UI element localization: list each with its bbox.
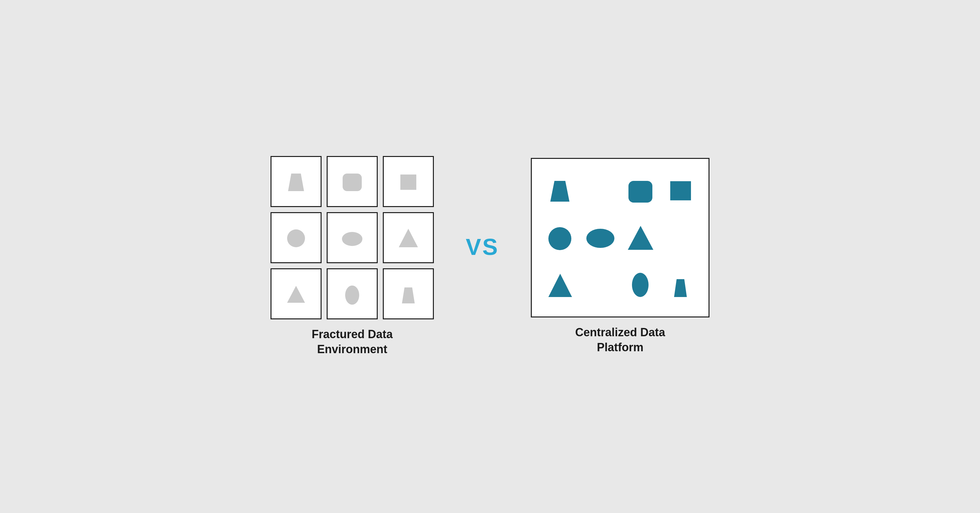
shape-circle-1 [283, 225, 309, 250]
teal-oval [585, 225, 616, 250]
centralized-box [531, 158, 710, 317]
shape-oval-1 [339, 225, 365, 250]
right-label-line2: Platform [597, 341, 643, 354]
svg-rect-10 [628, 181, 652, 202]
svg-marker-6 [287, 286, 305, 303]
shape-square-1 [396, 169, 421, 194]
shape-trapezoid-2 [396, 281, 421, 307]
grid-cell-3-1 [270, 268, 321, 319]
teal-tall-oval [631, 271, 650, 299]
svg-marker-9 [550, 181, 570, 202]
svg-point-3 [287, 229, 305, 247]
svg-marker-17 [674, 279, 687, 297]
grid-cell-3-3 [383, 268, 434, 319]
svg-point-16 [632, 273, 649, 297]
svg-point-7 [345, 285, 359, 305]
grid-cell-1-3 [383, 156, 434, 207]
svg-point-4 [342, 232, 363, 246]
svg-marker-14 [628, 226, 653, 250]
left-label: Fractured Data Environment [312, 327, 393, 357]
shape-triangle-2 [283, 281, 309, 307]
grid-cell-1-1 [270, 156, 321, 207]
shape-rounded-rect-1 [339, 169, 365, 194]
svg-rect-11 [670, 181, 691, 200]
shape-triangle-1 [396, 225, 421, 250]
vs-label: VS [460, 236, 505, 258]
svg-marker-15 [548, 274, 572, 297]
teal-trapezoid [546, 176, 574, 205]
left-label-line2: Environment [317, 343, 387, 356]
main-container: Fractured Data Environment VS [299, 137, 681, 376]
svg-point-12 [548, 227, 571, 250]
grid-cell-2-2 [327, 212, 378, 263]
teal-triangle-large [627, 224, 654, 252]
teal-triangle-small [546, 272, 574, 298]
svg-point-13 [586, 229, 614, 248]
grid-cell-2-3 [383, 212, 434, 263]
svg-marker-8 [402, 287, 415, 303]
svg-marker-5 [399, 229, 418, 247]
shape-trapezoid-1 [283, 169, 309, 194]
grid-cell-1-2 [327, 156, 378, 207]
right-label-line1: Centralized Data [575, 326, 665, 339]
left-label-line1: Fractured Data [312, 328, 393, 341]
grid-cell-2-1 [270, 212, 321, 263]
svg-rect-2 [400, 175, 416, 190]
svg-marker-0 [288, 174, 304, 191]
grid-cell-3-2 [327, 268, 378, 319]
svg-rect-1 [343, 174, 362, 191]
teal-trapezoid-small [668, 272, 693, 298]
teal-square [669, 178, 692, 202]
teal-circle [546, 223, 574, 252]
shape-egg-1 [339, 281, 365, 307]
teal-rounded-square [627, 177, 654, 204]
right-side: Centralized Data Platform [531, 158, 710, 355]
left-side: Fractured Data Environment [270, 156, 434, 357]
right-label: Centralized Data Platform [575, 325, 665, 355]
fractured-grid [270, 156, 434, 319]
